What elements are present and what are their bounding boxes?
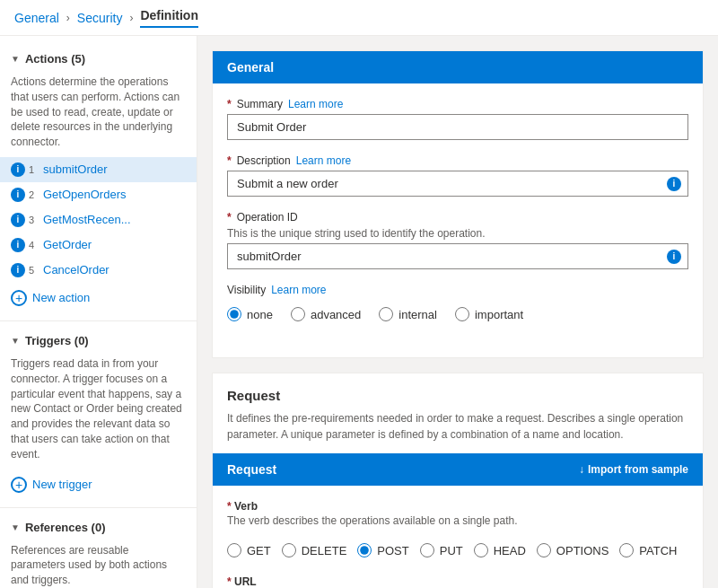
breadcrumb: General › Security › Definition — [0, 0, 718, 36]
description-label: * Description Learn more — [227, 154, 688, 167]
action-item-4[interactable]: i 4 GetOrder ··· — [0, 233, 197, 258]
breadcrumb-sep-1: › — [66, 12, 70, 24]
verb-label-text: Verb — [234, 500, 258, 513]
breadcrumb-general[interactable]: General — [14, 11, 59, 25]
actions-section-header[interactable]: ▼ Actions (5) — [0, 47, 197, 71]
summary-input[interactable] — [227, 114, 688, 140]
desc-required-star: * — [227, 154, 232, 167]
verb-radio-head-input[interactable] — [474, 543, 488, 557]
import-label: Import from sample — [588, 463, 688, 476]
action-num-3: 3 — [29, 215, 39, 225]
verb-patch-label: PATCH — [639, 544, 677, 557]
verb-radio-patch-input[interactable] — [619, 543, 634, 557]
verb-radio-get[interactable]: GET — [227, 543, 271, 557]
verb-delete-label: DELETE — [302, 544, 347, 557]
action-item-1[interactable]: i 1 submitOrder ··· — [0, 157, 197, 182]
new-action-button[interactable]: + New action — [0, 283, 197, 313]
visibility-internal-label: internal — [398, 308, 437, 321]
visibility-radio-important[interactable]: important — [455, 307, 523, 321]
verb-radio-post[interactable]: POST — [357, 543, 408, 557]
visibility-group: Visibility Learn more none advanced — [227, 284, 688, 329]
verb-radio-delete[interactable]: DELETE — [282, 543, 347, 557]
visibility-none-label: none — [247, 308, 273, 321]
action-num-2: 2 — [29, 189, 39, 200]
plus-circle-icon: + — [11, 290, 27, 306]
request-header-label: Request — [227, 462, 276, 477]
main-layout: ▼ Actions (5) Actions determine the oper… — [0, 36, 718, 588]
request-header: Request ↓ Import from sample — [213, 453, 703, 486]
general-card: General * Summary Learn more — [212, 50, 704, 358]
url-label-text: URL — [234, 575, 257, 588]
summary-learn-more-link[interactable]: Learn more — [288, 98, 343, 110]
general-card-title: General — [227, 60, 274, 75]
actions-chevron-icon: ▼ — [11, 54, 20, 64]
operation-id-group: * Operation ID This is the unique string… — [227, 211, 688, 269]
visibility-radio-advanced-input[interactable] — [291, 307, 305, 321]
visibility-label-text: Visibility — [227, 284, 266, 296]
description-input[interactable] — [227, 171, 688, 197]
verb-radio-get-input[interactable] — [227, 543, 241, 557]
verb-radio-patch[interactable]: PATCH — [619, 543, 677, 557]
visibility-advanced-label: advanced — [311, 308, 361, 321]
verb-get-label: GET — [247, 544, 271, 557]
verb-radio-options[interactable]: OPTIONS — [537, 543, 609, 557]
app-container: General › Security › Definition ▼ Action… — [0, 0, 718, 588]
visibility-radio-internal[interactable]: internal — [379, 307, 437, 321]
action-item-3[interactable]: i 3 GetMostRecen... ··· — [0, 207, 197, 233]
description-input-wrapper: i — [227, 171, 688, 197]
summary-group: * Summary Learn more — [227, 98, 688, 140]
breadcrumb-definition: Definition — [140, 8, 198, 28]
sidebar: ▼ Actions (5) Actions determine the oper… — [0, 36, 197, 588]
general-card-body: * Summary Learn more * Description Learn… — [213, 83, 703, 357]
visibility-radio-none-input[interactable] — [227, 307, 241, 321]
divider-1 — [0, 320, 197, 321]
breadcrumb-security[interactable]: Security — [77, 11, 123, 25]
references-section-title: References (0) — [25, 521, 106, 534]
info-icon-2: i — [11, 188, 25, 202]
operation-id-info-icon: i — [667, 250, 681, 264]
references-section-desc: References are reusable parameters used … — [0, 540, 197, 588]
plus-circle-trigger-icon: + — [11, 477, 27, 493]
verb-radio-delete-input[interactable] — [282, 543, 296, 557]
visibility-radio-none[interactable]: none — [227, 307, 273, 321]
references-chevron-icon: ▼ — [11, 522, 20, 532]
operation-id-input[interactable] — [227, 243, 688, 269]
summary-label-text: Summary — [237, 98, 283, 110]
visibility-radio-internal-input[interactable] — [379, 307, 393, 321]
description-label-text: Description — [237, 154, 291, 167]
url-required-star: * — [227, 575, 232, 588]
divider-2 — [0, 507, 197, 508]
verb-radio-put[interactable]: PUT — [420, 543, 463, 557]
verb-radio-post-input[interactable] — [357, 543, 372, 557]
general-card-header: General — [213, 51, 703, 83]
verb-radio-options-input[interactable] — [537, 543, 551, 557]
download-icon: ↓ — [579, 463, 584, 476]
breadcrumb-sep-2: › — [129, 12, 133, 24]
new-trigger-button[interactable]: + New trigger — [0, 470, 197, 500]
visibility-radio-advanced[interactable]: advanced — [291, 307, 361, 321]
request-title: Request — [213, 373, 703, 410]
action-item-2[interactable]: i 2 GetOpenOrders ··· — [0, 182, 197, 207]
content-area: General * Summary Learn more — [197, 36, 718, 588]
triggers-section-header[interactable]: ▼ Triggers (0) — [0, 329, 197, 353]
triggers-section-desc: Triggers read data in from your connecto… — [0, 353, 197, 470]
verb-radio-put-input[interactable] — [420, 543, 434, 557]
verb-radio-head[interactable]: HEAD — [474, 543, 526, 557]
verb-post-label: POST — [377, 544, 408, 557]
visibility-radio-important-input[interactable] — [455, 307, 469, 321]
action-name-3: GetMostRecen... — [43, 213, 171, 226]
import-from-sample-button[interactable]: ↓ Import from sample — [579, 463, 688, 476]
request-body: * Verb The verb describes the operations… — [213, 486, 703, 588]
description-learn-more-link[interactable]: Learn more — [296, 154, 351, 167]
references-section-header[interactable]: ▼ References (0) — [0, 515, 197, 540]
description-info-icon: i — [667, 177, 681, 191]
action-num-4: 4 — [29, 240, 39, 250]
visibility-learn-more-link[interactable]: Learn more — [271, 284, 326, 296]
visibility-radio-group: none advanced internal — [227, 300, 688, 329]
verb-required-star: * — [227, 500, 232, 513]
triggers-chevron-icon: ▼ — [11, 336, 20, 346]
action-name-5: CancelOrder — [43, 263, 171, 276]
description-group: * Description Learn more i — [227, 154, 688, 197]
verb-put-label: PUT — [440, 544, 463, 557]
action-item-5[interactable]: i 5 CancelOrder ··· — [0, 258, 197, 283]
